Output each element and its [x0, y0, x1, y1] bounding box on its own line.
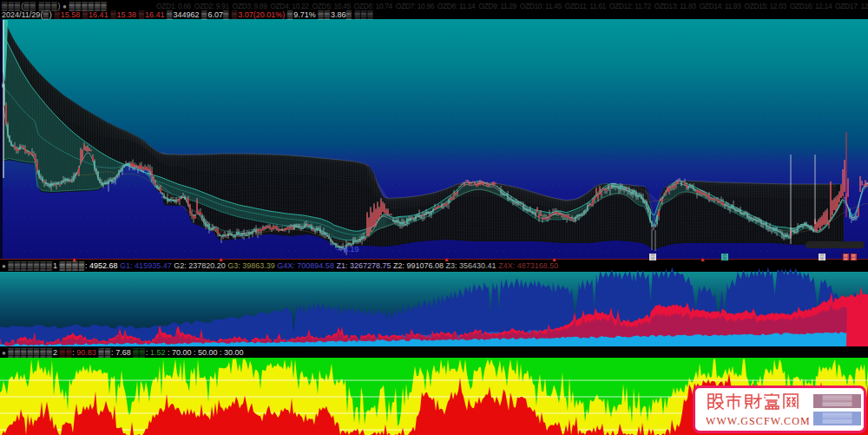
svg-text:—8.19: —8.19	[336, 245, 359, 254]
